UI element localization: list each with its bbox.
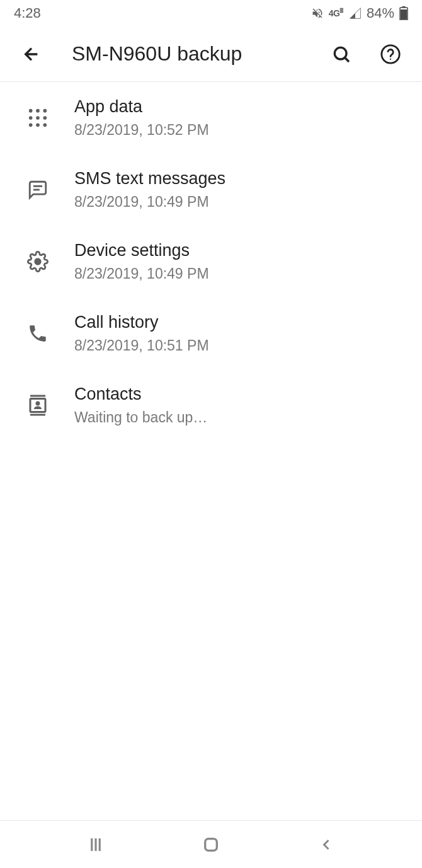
svg-point-13 [29, 124, 33, 127]
back-button[interactable] [19, 42, 44, 67]
search-button[interactable] [329, 42, 354, 67]
item-title: App data [74, 97, 209, 117]
svg-rect-2 [402, 6, 406, 8]
svg-point-15 [43, 124, 47, 127]
list-item-sms[interactable]: SMS text messages 8/23/2019, 10:49 PM [0, 154, 422, 226]
svg-point-7 [29, 109, 33, 113]
svg-point-12 [43, 116, 47, 120]
list-item-device-settings[interactable]: Device settings 8/23/2019, 10:49 PM [0, 226, 422, 298]
item-subtitle: 8/23/2019, 10:51 PM [74, 337, 209, 354]
svg-point-8 [36, 109, 40, 113]
item-subtitle: 8/23/2019, 10:52 PM [74, 122, 209, 139]
svg-point-11 [36, 116, 40, 120]
contacts-icon [19, 386, 57, 424]
svg-point-18 [35, 259, 41, 265]
svg-point-10 [29, 116, 33, 120]
network-4g-icon: 4G≣ [329, 8, 344, 18]
item-subtitle: 8/23/2019, 10:49 PM [74, 265, 209, 282]
recents-button[interactable] [77, 826, 115, 864]
svg-point-9 [43, 109, 47, 113]
list-item-app-data[interactable]: App data 8/23/2019, 10:52 PM [0, 82, 422, 154]
sms-icon [19, 171, 57, 209]
svg-point-14 [36, 124, 40, 127]
item-title: Contacts [74, 385, 207, 404]
svg-line-4 [345, 58, 349, 62]
svg-rect-1 [401, 9, 407, 20]
home-button[interactable] [192, 826, 230, 864]
help-button[interactable] [378, 42, 403, 67]
svg-point-6 [390, 58, 391, 59]
item-title: Device settings [74, 241, 209, 260]
item-title: Call history [74, 313, 209, 332]
gear-icon [19, 243, 57, 281]
list-item-contacts[interactable]: Contacts Waiting to back up… [0, 369, 422, 441]
apps-icon [19, 99, 57, 137]
page-title: SM-N960U backup [72, 42, 329, 66]
mute-icon [311, 7, 324, 20]
app-bar: SM-N960U backup [0, 26, 422, 82]
phone-icon [19, 315, 57, 352]
status-indicators: 4G≣ 84% [311, 5, 408, 21]
list-item-call-history[interactable]: Call history 8/23/2019, 10:51 PM [0, 298, 422, 369]
signal-icon [349, 7, 362, 20]
nav-back-button[interactable] [307, 826, 345, 864]
battery-icon [399, 6, 408, 20]
item-subtitle: Waiting to back up… [74, 409, 207, 426]
svg-rect-26 [205, 838, 217, 850]
svg-point-21 [36, 402, 40, 406]
svg-point-5 [382, 45, 399, 62]
battery-percent: 84% [367, 5, 394, 21]
status-bar: 4:28 4G≣ 84% [0, 0, 422, 26]
status-time: 4:28 [14, 5, 41, 21]
navigation-bar [0, 820, 422, 868]
backup-list: App data 8/23/2019, 10:52 PM SMS text me… [0, 82, 422, 820]
item-title: SMS text messages [74, 169, 225, 188]
svg-point-3 [334, 47, 346, 59]
item-subtitle: 8/23/2019, 10:49 PM [74, 194, 225, 211]
